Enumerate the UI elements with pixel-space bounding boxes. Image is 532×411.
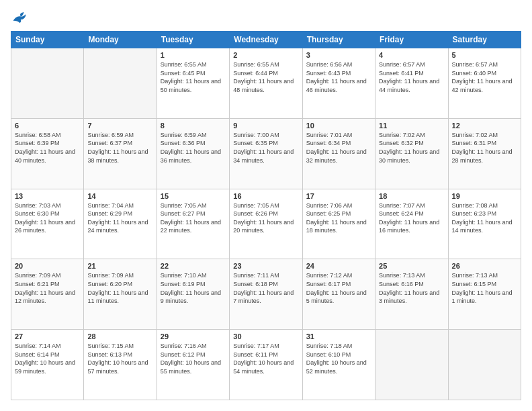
day-info: Sunrise: 7:07 AMSunset: 6:24 PMDaylight:… (379, 201, 444, 235)
day-info: Sunrise: 6:59 AMSunset: 6:36 PMDaylight:… (161, 131, 226, 165)
day-number: 6 (15, 122, 80, 130)
day-number: 2 (233, 51, 298, 59)
calendar-cell: 20Sunrise: 7:09 AMSunset: 6:21 PMDayligh… (11, 259, 84, 330)
calendar-cell: 11Sunrise: 7:02 AMSunset: 6:32 PMDayligh… (375, 118, 448, 189)
day-info: Sunrise: 7:10 AMSunset: 6:19 PMDaylight:… (161, 271, 226, 305)
day-info: Sunrise: 6:59 AMSunset: 6:37 PMDaylight:… (87, 131, 152, 165)
day-number: 8 (161, 122, 226, 130)
day-info: Sunrise: 7:11 AMSunset: 6:18 PMDaylight:… (233, 271, 298, 305)
calendar-cell: 29Sunrise: 7:16 AMSunset: 6:12 PMDayligh… (157, 330, 229, 400)
calendar-table: SundayMondayTuesdayWednesdayThursdayFrid… (11, 31, 521, 400)
day-info: Sunrise: 7:05 AMSunset: 6:26 PMDaylight:… (233, 201, 298, 235)
calendar-cell: 27Sunrise: 7:14 AMSunset: 6:14 PMDayligh… (11, 330, 84, 400)
day-info: Sunrise: 6:55 AMSunset: 6:45 PMDaylight:… (161, 60, 226, 94)
calendar-cell (84, 48, 157, 119)
day-info: Sunrise: 6:55 AMSunset: 6:44 PMDaylight:… (233, 60, 298, 94)
day-number: 7 (87, 122, 152, 130)
calendar-cell: 12Sunrise: 7:02 AMSunset: 6:31 PMDayligh… (448, 118, 521, 189)
week-row: 13Sunrise: 7:03 AMSunset: 6:30 PMDayligh… (11, 189, 521, 259)
day-number: 4 (379, 51, 444, 59)
day-info: Sunrise: 7:08 AMSunset: 6:23 PMDaylight:… (452, 201, 517, 235)
day-info: Sunrise: 7:01 AMSunset: 6:34 PMDaylight:… (306, 131, 371, 165)
calendar-cell: 21Sunrise: 7:09 AMSunset: 6:20 PMDayligh… (84, 259, 157, 330)
day-info: Sunrise: 6:57 AMSunset: 6:41 PMDaylight:… (379, 60, 444, 94)
day-number: 10 (306, 122, 371, 130)
day-number: 3 (306, 51, 371, 59)
col-header-sunday: Sunday (11, 32, 84, 48)
day-number: 31 (306, 332, 371, 340)
col-header-wednesday: Wednesday (230, 32, 302, 48)
day-number: 14 (87, 192, 152, 200)
day-info: Sunrise: 7:17 AMSunset: 6:11 PMDaylight:… (233, 342, 298, 375)
calendar-cell: 14Sunrise: 7:04 AMSunset: 6:29 PMDayligh… (84, 189, 157, 259)
week-row: 6Sunrise: 6:58 AMSunset: 6:39 PMDaylight… (11, 118, 521, 189)
calendar-cell: 9Sunrise: 7:00 AMSunset: 6:35 PMDaylight… (230, 118, 302, 189)
calendar-cell: 23Sunrise: 7:11 AMSunset: 6:18 PMDayligh… (230, 259, 302, 330)
day-number: 12 (452, 122, 517, 130)
day-number: 19 (452, 192, 517, 200)
col-header-saturday: Saturday (448, 32, 521, 48)
page: SundayMondayTuesdayWednesdayThursdayFrid… (0, 0, 532, 411)
day-number: 28 (87, 332, 152, 340)
day-info: Sunrise: 7:02 AMSunset: 6:31 PMDaylight:… (452, 131, 517, 165)
calendar-cell (375, 330, 448, 400)
day-info: Sunrise: 7:13 AMSunset: 6:16 PMDaylight:… (379, 271, 444, 305)
calendar-cell: 22Sunrise: 7:10 AMSunset: 6:19 PMDayligh… (157, 259, 229, 330)
day-number: 25 (379, 262, 444, 270)
day-number: 26 (452, 262, 517, 270)
calendar-cell: 16Sunrise: 7:05 AMSunset: 6:26 PMDayligh… (230, 189, 302, 259)
day-number: 17 (306, 192, 371, 200)
col-header-tuesday: Tuesday (157, 32, 229, 48)
day-number: 30 (233, 332, 298, 340)
day-number: 21 (87, 262, 152, 270)
day-number: 1 (161, 51, 226, 59)
calendar-cell: 8Sunrise: 6:59 AMSunset: 6:36 PMDaylight… (157, 118, 229, 189)
day-info: Sunrise: 7:16 AMSunset: 6:12 PMDaylight:… (161, 342, 226, 375)
day-info: Sunrise: 7:09 AMSunset: 6:20 PMDaylight:… (87, 271, 152, 305)
day-info: Sunrise: 6:58 AMSunset: 6:39 PMDaylight:… (15, 131, 80, 165)
header (11, 11, 521, 24)
day-info: Sunrise: 7:14 AMSunset: 6:14 PMDaylight:… (15, 342, 80, 375)
calendar-cell: 15Sunrise: 7:05 AMSunset: 6:27 PMDayligh… (157, 189, 229, 259)
day-number: 15 (161, 192, 226, 200)
day-info: Sunrise: 7:05 AMSunset: 6:27 PMDaylight:… (161, 201, 226, 235)
logo-bird-icon (12, 11, 28, 24)
calendar-cell: 1Sunrise: 6:55 AMSunset: 6:45 PMDaylight… (157, 48, 229, 119)
calendar-cell: 26Sunrise: 7:13 AMSunset: 6:15 PMDayligh… (448, 259, 521, 330)
day-number: 9 (233, 122, 298, 130)
day-number: 29 (161, 332, 226, 340)
day-info: Sunrise: 6:57 AMSunset: 6:40 PMDaylight:… (452, 60, 517, 94)
week-row: 27Sunrise: 7:14 AMSunset: 6:14 PMDayligh… (11, 330, 521, 400)
day-info: Sunrise: 7:13 AMSunset: 6:15 PMDaylight:… (452, 271, 517, 305)
day-info: Sunrise: 6:56 AMSunset: 6:43 PMDaylight:… (306, 60, 371, 94)
calendar-cell: 31Sunrise: 7:18 AMSunset: 6:10 PMDayligh… (302, 330, 375, 400)
day-info: Sunrise: 7:03 AMSunset: 6:30 PMDaylight:… (15, 201, 80, 235)
week-row: 1Sunrise: 6:55 AMSunset: 6:45 PMDaylight… (11, 48, 521, 119)
calendar-cell: 4Sunrise: 6:57 AMSunset: 6:41 PMDaylight… (375, 48, 448, 119)
calendar-cell: 30Sunrise: 7:17 AMSunset: 6:11 PMDayligh… (230, 330, 302, 400)
day-info: Sunrise: 7:04 AMSunset: 6:29 PMDaylight:… (87, 201, 152, 235)
col-header-friday: Friday (375, 32, 448, 48)
day-number: 22 (161, 262, 226, 270)
calendar-cell: 10Sunrise: 7:01 AMSunset: 6:34 PMDayligh… (302, 118, 375, 189)
calendar-cell: 19Sunrise: 7:08 AMSunset: 6:23 PMDayligh… (448, 189, 521, 259)
logo (11, 11, 28, 24)
col-header-monday: Monday (84, 32, 157, 48)
day-number: 13 (15, 192, 80, 200)
calendar-cell: 5Sunrise: 6:57 AMSunset: 6:40 PMDaylight… (448, 48, 521, 119)
calendar-cell: 28Sunrise: 7:15 AMSunset: 6:13 PMDayligh… (84, 330, 157, 400)
col-header-thursday: Thursday (302, 32, 375, 48)
calendar-cell: 18Sunrise: 7:07 AMSunset: 6:24 PMDayligh… (375, 189, 448, 259)
day-number: 11 (379, 122, 444, 130)
day-info: Sunrise: 7:18 AMSunset: 6:10 PMDaylight:… (306, 342, 371, 375)
day-number: 16 (233, 192, 298, 200)
day-info: Sunrise: 7:00 AMSunset: 6:35 PMDaylight:… (233, 131, 298, 165)
calendar-cell: 6Sunrise: 6:58 AMSunset: 6:39 PMDaylight… (11, 118, 84, 189)
day-info: Sunrise: 7:15 AMSunset: 6:13 PMDaylight:… (87, 342, 152, 375)
day-number: 24 (306, 262, 371, 270)
calendar-cell: 2Sunrise: 6:55 AMSunset: 6:44 PMDaylight… (230, 48, 302, 119)
day-number: 27 (15, 332, 80, 340)
calendar-cell: 24Sunrise: 7:12 AMSunset: 6:17 PMDayligh… (302, 259, 375, 330)
calendar-cell: 17Sunrise: 7:06 AMSunset: 6:25 PMDayligh… (302, 189, 375, 259)
calendar-cell: 3Sunrise: 6:56 AMSunset: 6:43 PMDaylight… (302, 48, 375, 119)
